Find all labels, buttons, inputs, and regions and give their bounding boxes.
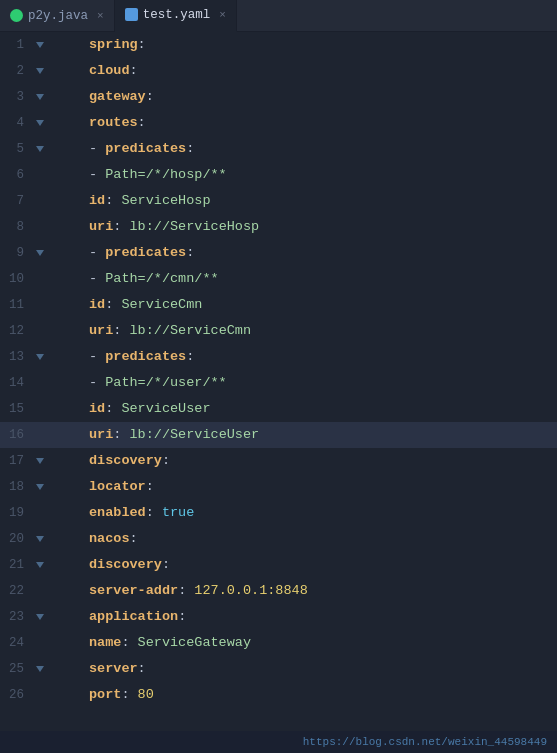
gutter-line-17: 17 xyxy=(0,448,85,474)
fold-icon-9[interactable] xyxy=(32,245,48,261)
gutter-line-14: 14 xyxy=(0,370,85,396)
code-line-26: port: 80 xyxy=(85,682,557,708)
svg-marker-6 xyxy=(36,354,44,360)
gutter-line-25: 25 xyxy=(0,656,85,682)
fold-icon-13[interactable] xyxy=(32,349,48,365)
gutter-line-15: 15 xyxy=(0,396,85,422)
code-line-15: id: ServiceUser xyxy=(85,396,557,422)
gutter-line-5: 5 xyxy=(0,136,85,162)
gutter-line-4: 4 xyxy=(0,110,85,136)
tab-yaml-close[interactable]: × xyxy=(219,9,226,21)
code-line-9: - predicates: xyxy=(85,240,557,266)
code-line-16: uri: lb://ServiceUser xyxy=(85,422,557,448)
gutter-line-8: 8 xyxy=(0,214,85,240)
gutter-line-13: 13 xyxy=(0,344,85,370)
fold-icon-3[interactable] xyxy=(32,89,48,105)
fold-icon-18[interactable] xyxy=(32,479,48,495)
svg-marker-1 xyxy=(36,68,44,74)
svg-marker-10 xyxy=(36,562,44,568)
fold-icon-23[interactable] xyxy=(32,609,48,625)
code-line-8: uri: lb://ServiceHosp xyxy=(85,214,557,240)
tab-java-label: p2y.java xyxy=(28,9,88,23)
svg-marker-3 xyxy=(36,120,44,126)
code-content[interactable]: spring: cloud: gateway: routes: - predic… xyxy=(85,32,557,731)
svg-marker-11 xyxy=(36,614,44,620)
gutter-line-10: 10 xyxy=(0,266,85,292)
tab-yaml[interactable]: test.yaml × xyxy=(115,0,237,32)
fold-icon-16-empty xyxy=(32,427,48,443)
fold-icon-4[interactable] xyxy=(32,115,48,131)
svg-marker-8 xyxy=(36,484,44,490)
status-bar: https://blog.csdn.net/weixin_44598449 xyxy=(0,731,557,753)
code-line-10: - Path=/*/cmn/** xyxy=(85,266,557,292)
code-line-1: spring: xyxy=(85,32,557,58)
svg-marker-7 xyxy=(36,458,44,464)
fold-icon-17[interactable] xyxy=(32,453,48,469)
code-line-23: application: xyxy=(85,604,557,630)
gutter-line-6: 6 xyxy=(0,162,85,188)
fold-icon-5[interactable] xyxy=(32,141,48,157)
code-line-4: routes: xyxy=(85,110,557,136)
code-line-7: id: ServiceHosp xyxy=(85,188,557,214)
code-line-20: nacos: xyxy=(85,526,557,552)
status-url[interactable]: https://blog.csdn.net/weixin_44598449 xyxy=(303,736,547,748)
tab-java-close[interactable]: × xyxy=(97,10,104,22)
svg-marker-12 xyxy=(36,666,44,672)
code-line-17: discovery: xyxy=(85,448,557,474)
java-tab-icon xyxy=(10,9,23,22)
gutter-line-24: 24 xyxy=(0,630,85,656)
fold-icon-24-empty xyxy=(32,635,48,651)
gutter-line-12: 12 xyxy=(0,318,85,344)
gutter-line-9: 9 xyxy=(0,240,85,266)
fold-icon-26-empty xyxy=(32,687,48,703)
svg-marker-0 xyxy=(36,42,44,48)
code-line-6: - Path=/*/hosp/** xyxy=(85,162,557,188)
fold-icon-22-empty xyxy=(32,583,48,599)
svg-marker-5 xyxy=(36,250,44,256)
fold-icon-15-empty xyxy=(32,401,48,417)
gutter-line-23: 23 xyxy=(0,604,85,630)
fold-icon-14-empty xyxy=(32,375,48,391)
svg-marker-9 xyxy=(36,536,44,542)
fold-icon-2[interactable] xyxy=(32,63,48,79)
gutter-line-2: 2 xyxy=(0,58,85,84)
fold-icon-8-empty xyxy=(32,219,48,235)
yaml-tab-icon xyxy=(125,8,138,21)
code-line-5: - predicates: xyxy=(85,136,557,162)
code-line-3: gateway: xyxy=(85,84,557,110)
gutter-line-22: 22 xyxy=(0,578,85,604)
code-line-24: name: ServiceGateway xyxy=(85,630,557,656)
code-line-11: id: ServiceCmn xyxy=(85,292,557,318)
tab-yaml-label: test.yaml xyxy=(143,8,211,22)
tab-java[interactable]: p2y.java × xyxy=(0,0,115,32)
fold-icon-19-empty xyxy=(32,505,48,521)
fold-icon-21[interactable] xyxy=(32,557,48,573)
fold-icon-10-empty xyxy=(32,271,48,287)
gutter-line-3: 3 xyxy=(0,84,85,110)
editor-body: 1 2 3 4 5 xyxy=(0,32,557,731)
gutter-line-20: 20 xyxy=(0,526,85,552)
gutter-line-16: 16 xyxy=(0,422,85,448)
code-line-21: discovery: xyxy=(85,552,557,578)
fold-icon-12-empty xyxy=(32,323,48,339)
tab-bar: p2y.java × test.yaml × xyxy=(0,0,557,32)
fold-icon-20[interactable] xyxy=(32,531,48,547)
app-container: p2y.java × test.yaml × 1 2 3 xyxy=(0,0,557,753)
gutter-line-1: 1 xyxy=(0,32,85,58)
fold-icon-6-empty xyxy=(32,167,48,183)
fold-icon-1[interactable] xyxy=(32,37,48,53)
code-line-22: server-addr: 127.0.0.1:8848 xyxy=(85,578,557,604)
svg-marker-4 xyxy=(36,146,44,152)
gutter-line-7: 7 xyxy=(0,188,85,214)
code-line-19: enabled: true xyxy=(85,500,557,526)
code-line-13: - predicates: xyxy=(85,344,557,370)
fold-icon-25[interactable] xyxy=(32,661,48,677)
gutter-line-21: 21 xyxy=(0,552,85,578)
code-line-2: cloud: xyxy=(85,58,557,84)
code-line-14: - Path=/*/user/** xyxy=(85,370,557,396)
svg-marker-2 xyxy=(36,94,44,100)
fold-icon-7-empty xyxy=(32,193,48,209)
gutter-line-26: 26 xyxy=(0,682,85,708)
gutter-line-19: 19 xyxy=(0,500,85,526)
gutter-line-11: 11 xyxy=(0,292,85,318)
